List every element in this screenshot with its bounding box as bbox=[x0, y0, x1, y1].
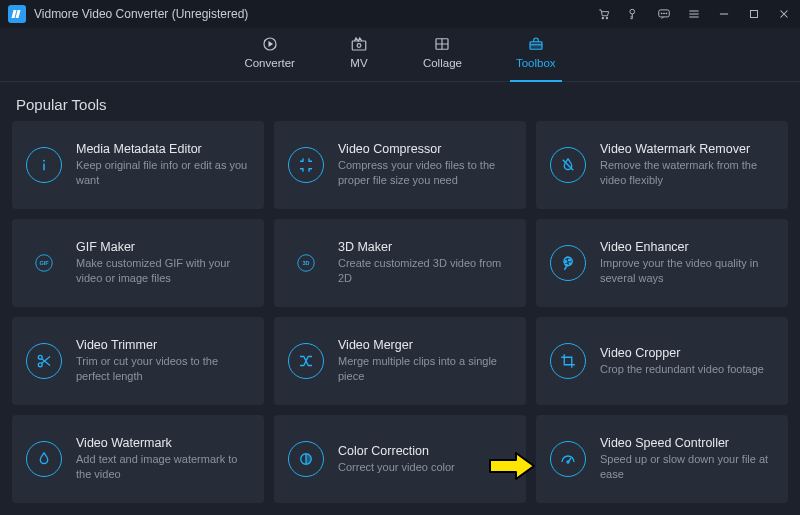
tool-desc: Correct your video color bbox=[338, 460, 455, 475]
svg-point-20 bbox=[566, 264, 568, 266]
svg-point-2 bbox=[630, 9, 635, 14]
window-title: Vidmore Video Converter (Unregistered) bbox=[34, 7, 248, 21]
tabbar: Converter MV Collage Toolbox bbox=[0, 28, 800, 82]
tool-desc: Make customized GIF with your video or i… bbox=[76, 256, 250, 286]
tool-title: Video Trimmer bbox=[76, 338, 250, 352]
tool-desc: Speed up or slow down your file at ease bbox=[600, 452, 774, 482]
3d-icon: 3D bbox=[288, 245, 324, 281]
svg-point-17 bbox=[565, 261, 567, 263]
tool-desc: Keep original file info or edit as you w… bbox=[76, 158, 250, 188]
feedback-icon[interactable] bbox=[656, 6, 672, 22]
tool-video-enhancer[interactable]: Video Enhancer Improve your the video qu… bbox=[536, 219, 788, 307]
tab-toolbox[interactable]: Toolbox bbox=[516, 35, 556, 75]
menu-icon[interactable] bbox=[686, 6, 702, 22]
maximize-button[interactable] bbox=[746, 6, 762, 22]
tool-3d-maker[interactable]: 3D 3D Maker Create customized 3D video f… bbox=[274, 219, 526, 307]
tool-title: GIF Maker bbox=[76, 240, 250, 254]
svg-text:3D: 3D bbox=[302, 260, 309, 266]
svg-point-24 bbox=[567, 461, 569, 463]
tab-label: Converter bbox=[244, 57, 295, 69]
app-logo bbox=[8, 5, 26, 23]
tool-video-cropper[interactable]: Video Cropper Crop the redundant video f… bbox=[536, 317, 788, 405]
svg-point-22 bbox=[38, 363, 42, 367]
tool-video-speed-controller[interactable]: Video Speed Controller Speed up or slow … bbox=[536, 415, 788, 503]
svg-text:GIF: GIF bbox=[39, 260, 49, 266]
mv-icon bbox=[349, 35, 369, 53]
tool-desc: Create customized 3D video from 2D bbox=[338, 256, 512, 286]
tab-converter[interactable]: Converter bbox=[244, 35, 295, 75]
toolbox-icon bbox=[526, 35, 546, 53]
svg-rect-9 bbox=[352, 41, 366, 50]
svg-point-18 bbox=[569, 259, 571, 261]
tool-title: Video Watermark Remover bbox=[600, 142, 774, 156]
tool-title: Video Speed Controller bbox=[600, 436, 774, 450]
tool-video-watermark[interactable]: Video Watermark Add text and image water… bbox=[12, 415, 264, 503]
tool-desc: Merge multiple clips into a single piece bbox=[338, 354, 512, 384]
watermark-icon bbox=[26, 441, 62, 477]
section-title: Popular Tools bbox=[0, 82, 800, 121]
tab-label: MV bbox=[350, 57, 367, 69]
speed-icon bbox=[550, 441, 586, 477]
tool-desc: Improve your the video quality in severa… bbox=[600, 256, 774, 286]
crop-icon bbox=[550, 343, 586, 379]
merger-icon bbox=[288, 343, 324, 379]
svg-rect-12 bbox=[530, 42, 542, 50]
info-icon bbox=[26, 147, 62, 183]
svg-point-6 bbox=[666, 13, 667, 14]
color-icon bbox=[288, 441, 324, 477]
key-icon[interactable] bbox=[626, 6, 642, 22]
titlebar: Vidmore Video Converter (Unregistered) bbox=[0, 0, 800, 28]
tool-title: Video Compressor bbox=[338, 142, 512, 156]
svg-point-4 bbox=[661, 13, 662, 14]
tool-color-correction[interactable]: Color Correction Correct your video colo… bbox=[274, 415, 526, 503]
tool-desc: Crop the redundant video footage bbox=[600, 362, 764, 377]
tool-title: Video Watermark bbox=[76, 436, 250, 450]
tool-video-merger[interactable]: Video Merger Merge multiple clips into a… bbox=[274, 317, 526, 405]
minimize-button[interactable] bbox=[716, 6, 732, 22]
converter-icon bbox=[260, 35, 280, 53]
tab-collage[interactable]: Collage bbox=[423, 35, 462, 75]
collage-icon bbox=[432, 35, 452, 53]
enhancer-icon bbox=[550, 245, 586, 281]
svg-point-10 bbox=[357, 44, 361, 48]
close-button[interactable] bbox=[776, 6, 792, 22]
tool-media-metadata-editor[interactable]: Media Metadata Editor Keep original file… bbox=[12, 121, 264, 209]
tool-title: Video Enhancer bbox=[600, 240, 774, 254]
tool-title: Video Cropper bbox=[600, 346, 764, 360]
svg-point-1 bbox=[606, 17, 608, 19]
tab-label: Collage bbox=[423, 57, 462, 69]
tool-desc: Trim or cut your videos to the perfect l… bbox=[76, 354, 250, 384]
cart-icon[interactable] bbox=[596, 6, 612, 22]
scissors-icon bbox=[26, 343, 62, 379]
tool-video-compressor[interactable]: Video Compressor Compress your video fil… bbox=[274, 121, 526, 209]
tool-title: Color Correction bbox=[338, 444, 455, 458]
tool-title: Media Metadata Editor bbox=[76, 142, 250, 156]
tool-grid: Media Metadata Editor Keep original file… bbox=[0, 121, 800, 515]
titlebar-controls bbox=[596, 6, 792, 22]
tab-label: Toolbox bbox=[516, 57, 556, 69]
svg-point-0 bbox=[602, 17, 604, 19]
tool-title: 3D Maker bbox=[338, 240, 512, 254]
tool-desc: Add text and image watermark to the vide… bbox=[76, 452, 250, 482]
svg-point-5 bbox=[664, 13, 665, 14]
tool-video-watermark-remover[interactable]: Video Watermark Remover Remove the water… bbox=[536, 121, 788, 209]
gif-icon: GIF bbox=[26, 245, 62, 281]
svg-point-19 bbox=[569, 263, 571, 265]
tool-desc: Remove the watermark from the video flex… bbox=[600, 158, 774, 188]
watermark-remove-icon bbox=[550, 147, 586, 183]
tool-video-trimmer[interactable]: Video Trimmer Trim or cut your videos to… bbox=[12, 317, 264, 405]
tool-gif-maker[interactable]: GIF GIF Maker Make customized GIF with y… bbox=[12, 219, 264, 307]
tool-desc: Compress your video files to the proper … bbox=[338, 158, 512, 188]
compress-icon bbox=[288, 147, 324, 183]
svg-point-21 bbox=[38, 355, 42, 359]
tab-mv[interactable]: MV bbox=[349, 35, 369, 75]
svg-rect-7 bbox=[751, 11, 758, 18]
tool-title: Video Merger bbox=[338, 338, 512, 352]
